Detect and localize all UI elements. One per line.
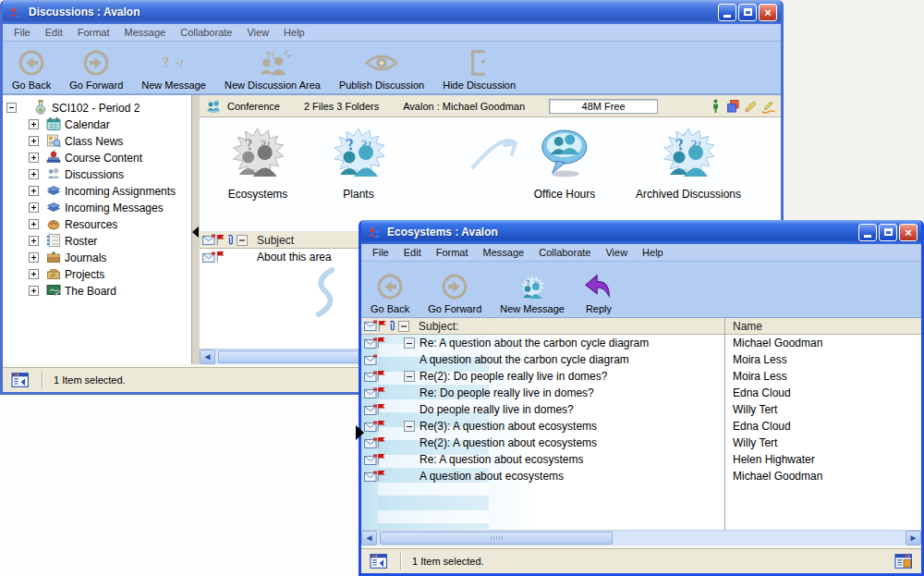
- close-button[interactable]: ×: [899, 224, 918, 241]
- tree-item[interactable]: Calendar: [3, 116, 191, 132]
- collapse-all-icon[interactable]: [398, 321, 409, 332]
- signature-icon[interactable]: [761, 99, 775, 114]
- expand-icon[interactable]: [29, 252, 39, 263]
- scroll-right-arrow[interactable]: ►: [906, 531, 921, 545]
- toolbar-button[interactable]: Reply: [574, 262, 624, 317]
- toolbar-button[interactable]: ?·! New Message: [132, 42, 215, 93]
- toolbar-button[interactable]: 60">??! New Message: [491, 262, 574, 317]
- menu-item[interactable]: Edit: [38, 25, 70, 40]
- divider-collapse-arrow[interactable]: [192, 227, 199, 238]
- envelope-icon[interactable]: [364, 320, 377, 332]
- menu-item[interactable]: Format: [429, 245, 476, 260]
- menu-item[interactable]: File: [6, 25, 38, 40]
- title-bar[interactable]: :: Ecosystems : Avalon ×: [361, 220, 921, 244]
- menu-item[interactable]: Help: [276, 25, 312, 40]
- expand-icon[interactable]: [29, 119, 39, 129]
- conference-item[interactable]: ??! Ecosystems: [228, 125, 288, 201]
- paperclip-icon[interactable]: [226, 234, 235, 246]
- message-row[interactable]: Re: A question about the carbon cycle di…: [361, 335, 921, 351]
- message-row[interactable]: A question about ecosystems Michael Good…: [361, 468, 921, 484]
- expand-icon[interactable]: [29, 169, 39, 179]
- column-divider[interactable]: [724, 335, 725, 530]
- expand-icon[interactable]: [29, 202, 39, 213]
- toolbar-button[interactable]: Go Back: [361, 262, 419, 317]
- tree-root[interactable]: SCI102 - Period 2: [3, 99, 191, 116]
- menu-item[interactable]: Collaborate: [531, 245, 598, 260]
- tree-item[interactable]: Journals: [3, 249, 191, 265]
- layers-icon[interactable]: [726, 99, 740, 114]
- toolbar-button[interactable]: ?! New Discussion Area: [215, 42, 330, 93]
- toolbar-button[interactable]: Go Forward: [419, 262, 491, 317]
- scrollbar-thumb[interactable]: [380, 532, 613, 545]
- menu-item[interactable]: Message: [117, 25, 174, 40]
- tree-item[interactable]: Discussions: [3, 165, 191, 182]
- maximize-button[interactable]: [879, 224, 897, 241]
- edit-icon[interactable]: [744, 99, 758, 114]
- message-row[interactable]: A question about the carbon cycle diagra…: [361, 351, 921, 368]
- conference-item[interactable]: Office Hours: [534, 125, 595, 201]
- menu-item[interactable]: Collaborate: [173, 25, 239, 40]
- tree-item[interactable]: Incoming Messages: [3, 199, 191, 215]
- pane-divider[interactable]: [192, 95, 200, 364]
- expand-icon[interactable]: [29, 269, 39, 279]
- panel-toggle-right-icon[interactable]: [894, 553, 914, 570]
- menu-item[interactable]: View: [239, 25, 276, 40]
- expand-icon[interactable]: [29, 186, 39, 196]
- horizontal-scrollbar[interactable]: ◄ ►: [361, 530, 921, 545]
- subject-column-header[interactable]: Subject: [257, 234, 294, 247]
- expand-icon[interactable]: [29, 286, 39, 296]
- tree-item[interactable]: Projects: [3, 265, 191, 282]
- minimize-button[interactable]: [858, 224, 877, 241]
- close-button[interactable]: ×: [759, 4, 777, 21]
- conference-item[interactable]: ??! Archived Discussions: [636, 125, 741, 201]
- tree-item[interactable]: Incoming Assignments: [3, 182, 191, 199]
- presence-icon[interactable]: [709, 99, 723, 114]
- expand-icon[interactable]: [29, 219, 39, 229]
- collapse-all-icon[interactable]: [237, 235, 248, 246]
- menu-item[interactable]: Edit: [396, 245, 429, 260]
- expand-icon[interactable]: [29, 136, 39, 146]
- message-row[interactable]: Re: Do people really live in domes? Edna…: [361, 385, 921, 401]
- minimize-button[interactable]: [718, 4, 736, 21]
- menu-item[interactable]: View: [598, 245, 635, 260]
- menu-item[interactable]: Format: [70, 25, 117, 40]
- tree-item[interactable]: The Board: [3, 282, 191, 299]
- collapse-icon[interactable]: [6, 103, 17, 113]
- title-bar[interactable]: :: Discussions : Avalon ×: [3, 0, 781, 24]
- tree-item[interactable]: Class News: [3, 132, 191, 149]
- toolbar-button[interactable]: Publish Discussion: [330, 42, 433, 93]
- flag-icon[interactable]: [377, 320, 387, 332]
- message-row[interactable]: Re(2): A question about ecosystems Willy…: [361, 435, 921, 451]
- message-row[interactable]: Re: A question about ecosystems Helen Hi…: [361, 451, 921, 468]
- paperclip-icon[interactable]: [388, 320, 396, 332]
- flag-icon[interactable]: [215, 234, 225, 246]
- panel-toggle-icon[interactable]: [10, 372, 30, 388]
- expand-icon[interactable]: [29, 236, 39, 246]
- maximize-button[interactable]: [738, 4, 757, 21]
- subject-column-header[interactable]: Subject:: [419, 320, 458, 333]
- menu-item[interactable]: Help: [635, 245, 671, 260]
- list-header[interactable]: Subject: Name: [361, 318, 921, 335]
- thread-collapse-icon[interactable]: [404, 371, 415, 382]
- conference-item[interactable]: ??! Plants: [331, 125, 386, 201]
- thread-collapse-icon[interactable]: [404, 421, 415, 432]
- menu-item[interactable]: File: [365, 245, 396, 260]
- menu-item[interactable]: Message: [476, 245, 532, 260]
- name-column-header[interactable]: Name: [733, 320, 762, 333]
- toolbar-button[interactable]: Hide Discussion: [433, 42, 525, 93]
- tree-item[interactable]: Roster: [3, 232, 191, 249]
- tree-item[interactable]: Course Content: [3, 149, 191, 165]
- toolbar-button[interactable]: Go Forward: [60, 42, 132, 93]
- scroll-left-arrow[interactable]: ◄: [361, 531, 377, 545]
- message-row[interactable]: Re(3): A question about ecosystems Edna …: [361, 418, 921, 435]
- scroll-left-arrow[interactable]: ◄: [200, 349, 215, 364]
- message-row[interactable]: Re(2): Do people really live in domes? M…: [361, 368, 921, 385]
- tree-item[interactable]: Resources: [3, 215, 191, 232]
- menu-bar: FileEditFormatMessageCollaborateViewHelp: [3, 24, 781, 42]
- thread-collapse-icon[interactable]: [404, 337, 415, 349]
- panel-toggle-icon[interactable]: [369, 553, 389, 570]
- expand-icon[interactable]: [29, 153, 39, 163]
- message-row[interactable]: Do people really live in domes? Willy Te…: [361, 401, 921, 418]
- toolbar-button[interactable]: Go Back: [3, 42, 60, 93]
- envelope-icon[interactable]: [202, 234, 215, 246]
